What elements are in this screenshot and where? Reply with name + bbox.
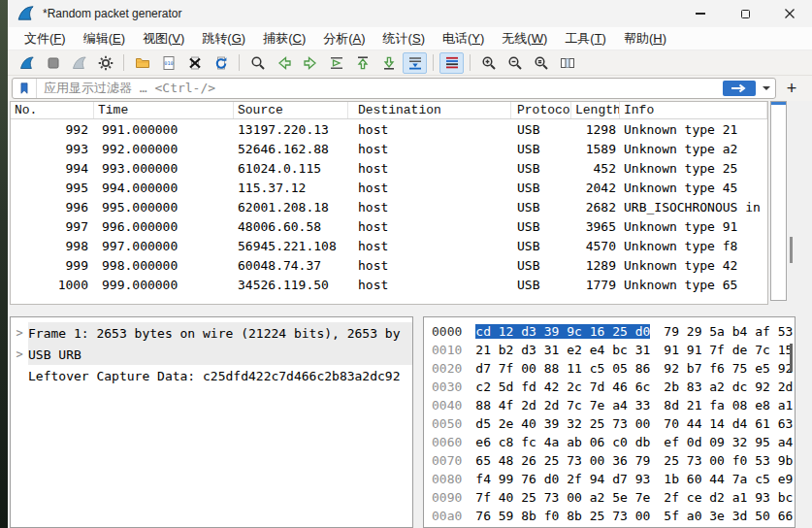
menu-item-edit[interactable]: 编辑(E) xyxy=(75,28,134,50)
menu-item-file[interactable]: 文件(F) xyxy=(16,28,75,50)
hex-bytes-right[interactable]: 2b 83 a2 dc 92 2d xyxy=(664,380,793,394)
menu-item-statistics[interactable]: 统计(S) xyxy=(374,28,434,50)
menu-item-wireless[interactable]: 无线(W) xyxy=(493,28,556,50)
find-packet-button[interactable] xyxy=(245,52,270,74)
cell-source: 48006.60.58 xyxy=(234,216,348,236)
resize-columns-button[interactable] xyxy=(555,52,579,74)
stop-capture-button[interactable] xyxy=(41,52,65,74)
menu-item-help[interactable]: 帮助(H) xyxy=(615,28,675,50)
hex-row[interactable]: 0030c2 5d fd 42 2c 7d 46 6c2b 83 a2 dc 9… xyxy=(432,378,795,396)
hex-row[interactable]: 0060e6 c8 fc 4a ab 06 c0 dbef 0d 09 32 9… xyxy=(432,433,795,451)
hex-bytes-left[interactable]: 21 b2 d3 31 e2 e4 bc 31 xyxy=(475,343,650,357)
go-forward-button[interactable] xyxy=(298,52,322,74)
hex-row[interactable]: 004088 4f 2d 2d 7c 7e a4 338d 21 fa 08 e… xyxy=(432,396,795,414)
packet-row[interactable]: 998997.00000056945.221.108hostUSB4570Unk… xyxy=(11,236,767,255)
zoom-reset-button[interactable] xyxy=(529,52,553,74)
column-header-source[interactable]: Source xyxy=(234,102,348,118)
start-capture-button[interactable] xyxy=(15,52,39,74)
column-header-length[interactable]: Length xyxy=(571,102,620,118)
hex-row[interactable]: 001021 b2 d3 31 e2 e4 bc 3191 91 7f de 7… xyxy=(432,341,795,359)
go-first-button[interactable] xyxy=(350,52,374,74)
hex-bytes-left[interactable]: f4 99 76 d0 2f 94 d7 93 xyxy=(475,472,650,486)
expander-icon[interactable]: > xyxy=(11,326,28,340)
hex-row[interactable]: 00a076 59 8b f0 8b 25 73 005f a0 3e 3d 5… xyxy=(432,507,795,525)
minimize-button[interactable] xyxy=(678,0,723,27)
hex-bytes-right[interactable]: 70 44 14 d4 61 63 xyxy=(664,416,793,431)
menu-item-capture[interactable]: 捕获(C) xyxy=(254,28,314,50)
menu-item-telephony[interactable]: 电话(Y) xyxy=(434,28,493,50)
hex-row[interactable]: 0020d7 7f 00 88 11 c5 05 8692 b7 f6 75 e… xyxy=(432,359,795,378)
column-header-destination[interactable]: Destination xyxy=(348,102,511,118)
zoom-out-button[interactable] xyxy=(503,52,527,74)
add-filter-button[interactable]: + xyxy=(782,78,801,99)
hex-bytes-right[interactable]: ef 0d 09 32 95 a4 xyxy=(664,435,793,449)
hex-row[interactable]: 0080f4 99 76 d0 2f 94 d7 931b 60 44 7a c… xyxy=(432,470,795,488)
save-file-button[interactable]: 010 xyxy=(156,52,180,74)
close-button[interactable] xyxy=(767,0,812,27)
packet-row[interactable]: 999998.00000060048.74.37hostUSB1289Unkno… xyxy=(11,255,767,275)
column-header-no[interactable]: No. xyxy=(11,102,94,118)
hex-bytes-left[interactable]: 88 4f 2d 2d 7c 7e a4 33 xyxy=(475,398,650,412)
column-header-protocol[interactable]: Protocol xyxy=(511,102,571,118)
capture-options-button[interactable] xyxy=(93,52,117,74)
menu-item-tools[interactable]: 工具(T) xyxy=(556,28,615,50)
close-file-button[interactable] xyxy=(182,52,207,74)
hex-bytes-left[interactable]: d7 7f 00 88 11 c5 05 86 xyxy=(475,361,650,376)
go-last-button[interactable] xyxy=(376,52,401,74)
hex-bytes-left[interactable]: 7f 40 25 73 00 a2 5e 7e xyxy=(475,490,650,505)
zoom-in-button[interactable] xyxy=(476,52,501,74)
hex-row[interactable]: 007065 48 26 25 73 00 36 7925 73 00 f0 5… xyxy=(432,451,795,470)
hex-bytes-left[interactable]: cd 12 d3 39 9c 16 25 d0 xyxy=(475,324,650,339)
packet-list-scrollbar[interactable] xyxy=(769,101,794,305)
restart-capture-button[interactable] xyxy=(67,52,91,74)
hex-bytes-right[interactable]: 1b 60 44 7a c5 e9 xyxy=(664,472,793,486)
hex-row[interactable]: 0050d5 2e 40 39 32 25 73 0070 44 14 d4 6… xyxy=(432,414,795,433)
packet-row[interactable]: 992991.00000013197.220.13hostUSB1298Unkn… xyxy=(11,119,767,139)
hex-bytes-left[interactable]: d5 2e 40 39 32 25 73 00 xyxy=(475,416,650,431)
open-file-button[interactable] xyxy=(130,52,154,74)
intelligent-scrollbar-minimap[interactable] xyxy=(770,101,787,301)
packet-row[interactable]: 1000999.00000034526.119.50hostUSB1779Unk… xyxy=(11,275,767,294)
hex-bytes-right[interactable]: 8d 21 fa 08 e8 a1 xyxy=(664,398,793,412)
hex-bytes-right[interactable]: 25 73 00 f0 53 9b xyxy=(664,453,793,468)
hex-row[interactable]: 0000cd 12 d3 39 9c 16 25 d079 29 5a b4 a… xyxy=(432,322,795,341)
packet-row[interactable]: 996995.00000062001.208.18hostUSB2682URB_… xyxy=(11,197,767,216)
detail-row[interactable]: >USB URB xyxy=(11,344,412,365)
packet-row[interactable]: 994993.00000061024.0.115hostUSB452Unknow… xyxy=(11,158,767,178)
column-header-time[interactable]: Time xyxy=(94,102,234,118)
packet-row[interactable]: 997996.00000048006.60.58hostUSB3965Unkno… xyxy=(11,216,767,236)
packet-table-header: No.TimeSourceDestinationProtocolLengthIn… xyxy=(11,102,767,119)
hex-scrollbar-thumb[interactable] xyxy=(790,344,793,372)
colorize-button[interactable] xyxy=(439,52,464,74)
expander-icon[interactable]: > xyxy=(11,347,28,361)
apply-filter-button[interactable] xyxy=(723,81,756,96)
hex-bytes-left[interactable]: 76 59 8b f0 8b 25 73 00 xyxy=(475,509,650,523)
auto-scroll-button[interactable] xyxy=(403,52,427,74)
packet-row[interactable]: 995994.000000115.37.12hostUSB2042Unknown… xyxy=(11,178,767,197)
detail-row[interactable]: >Frame 1: 2653 bytes on wire (21224 bits… xyxy=(11,322,412,344)
detail-row[interactable]: Leftover Capture Data: c25dfd422c7d466c2… xyxy=(11,365,412,386)
hex-row[interactable]: 00907f 40 25 73 00 a2 5e 7e2f ce d2 a1 9… xyxy=(432,488,795,507)
menu-item-go[interactable]: 跳转(G) xyxy=(193,28,254,50)
column-header-info[interactable]: Info xyxy=(620,102,767,118)
filter-history-dropdown[interactable] xyxy=(759,80,773,97)
display-filter-input[interactable]: 应用显示过滤器 … <Ctrl-/> xyxy=(12,78,776,99)
hex-bytes-right[interactable]: 2f ce d2 a1 93 bc xyxy=(664,490,793,505)
reload-file-button[interactable] xyxy=(209,52,233,74)
hex-bytes-right[interactable]: 91 91 7f de 7c 15 xyxy=(664,343,793,357)
hex-bytes-left[interactable]: c2 5d fd 42 2c 7d 46 6c xyxy=(475,380,650,394)
maximize-button[interactable] xyxy=(723,0,767,27)
hex-bytes-right[interactable]: 92 b7 f6 75 e5 92 xyxy=(664,361,793,376)
scrollbar-thumb[interactable] xyxy=(790,237,793,263)
hex-bytes-left[interactable]: 65 48 26 25 73 00 36 79 xyxy=(475,453,650,468)
hex-bytes-right[interactable]: 79 29 5a b4 af 53 xyxy=(664,324,793,339)
go-back-button[interactable] xyxy=(272,52,296,74)
hex-bytes-right[interactable]: 5f a0 3e 3d 50 66 xyxy=(664,509,793,523)
hex-bytes-left[interactable]: e6 c8 fc 4a ab 06 c0 db xyxy=(475,435,650,449)
filter-bookmark-button[interactable] xyxy=(13,79,37,98)
pane-splitter[interactable] xyxy=(8,305,812,316)
packet-row[interactable]: 993992.00000052646.162.88hostUSB1589Unkn… xyxy=(11,139,767,158)
menu-item-view[interactable]: 视图(V) xyxy=(134,28,193,50)
go-to-packet-button[interactable] xyxy=(324,52,348,74)
menu-item-analyze[interactable]: 分析(A) xyxy=(314,28,374,50)
